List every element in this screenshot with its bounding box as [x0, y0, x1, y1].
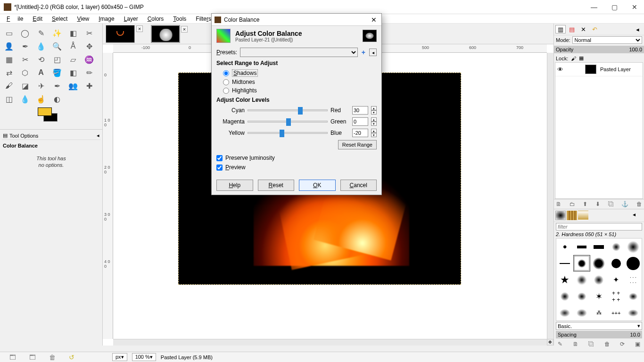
brush-item[interactable]: +++ [608, 304, 625, 321]
ink-tool[interactable]: ✒ [52, 81, 62, 91]
free-select-tool[interactable]: ✎ [36, 28, 46, 38]
airbrush-tool[interactable]: ✈ [36, 81, 46, 91]
dock-menu-lower-icon[interactable]: ◂ [632, 211, 643, 220]
brush-item[interactable]: ★ [556, 272, 573, 288]
shadows-label[interactable]: Shadows [232, 69, 258, 77]
brush-item[interactable] [625, 304, 642, 321]
preset-menu-icon[interactable]: ◂ [369, 49, 377, 56]
foreground-select-tool[interactable]: 👤 [4, 41, 14, 51]
dodge-tool[interactable]: ◐ [52, 94, 62, 104]
lock-pixels-icon[interactable]: 🖌 [571, 56, 576, 61]
layer-row[interactable]: 👁 Pasted Layer [555, 63, 643, 76]
brush-item[interactable] [573, 272, 590, 288]
zoom-tool[interactable]: 🔍 [52, 41, 62, 51]
open-as-image-icon[interactable]: ▣ [635, 341, 640, 347]
duplicate-brush-icon[interactable]: ⿻ [588, 341, 594, 347]
menu-image[interactable]: Image [95, 15, 118, 23]
brush-item[interactable]: · · ·· · · [625, 272, 642, 288]
status-reset-icon[interactable]: ↺ [69, 354, 74, 361]
refresh-brush-icon[interactable]: ⟳ [620, 341, 625, 347]
spin-down-icon[interactable]: ▾ [371, 122, 377, 126]
perspective-tool[interactable]: ♒ [84, 54, 94, 65]
clone-tool[interactable]: 👥 [68, 81, 78, 91]
red-value-input[interactable] [352, 106, 368, 115]
smudge-tool[interactable]: ☝ [36, 94, 46, 104]
rotate-tool[interactable]: ⟲ [36, 54, 46, 65]
spin-up-icon[interactable]: ▴ [371, 129, 377, 133]
bucket-fill-tool[interactable]: 🪣 [52, 67, 62, 78]
menu-select[interactable]: Select [48, 15, 71, 23]
menu-tools[interactable]: Tools [169, 15, 190, 23]
mode-select[interactable]: Normal [572, 36, 642, 44]
brush-item[interactable]: ⁂ [590, 304, 607, 321]
blur-tool[interactable]: 💧 [20, 94, 30, 104]
new-brush-icon[interactable]: 🗎 [573, 341, 578, 347]
blend-tool[interactable]: ◧ [68, 67, 78, 78]
midtones-radio[interactable] [223, 79, 229, 85]
preserve-luminosity-label[interactable]: Preserve luminosity [225, 155, 275, 161]
anchor-layer-icon[interactable]: ⚓ [621, 201, 628, 207]
layers-tab-icon[interactable]: ▥ [555, 25, 566, 33]
align-tool[interactable]: ▦ [4, 54, 14, 65]
brush-item[interactable] [625, 288, 642, 304]
brush-filter-input[interactable] [556, 223, 642, 230]
menu-edit[interactable]: Edit [29, 15, 46, 23]
brush-item[interactable] [625, 255, 642, 272]
brush-item[interactable] [625, 239, 642, 255]
brush-item-selected[interactable] [573, 255, 590, 272]
patterns-tab-icon[interactable] [567, 211, 577, 220]
gradients-tab-icon[interactable] [578, 211, 588, 220]
measure-tool[interactable]: Å [68, 41, 78, 51]
brush-item[interactable] [590, 239, 607, 255]
brush-item[interactable] [556, 304, 573, 321]
new-layer-icon[interactable]: 🗎 [556, 201, 561, 207]
brush-item[interactable]: • [556, 239, 573, 255]
duplicate-layer-icon[interactable]: ⿻ [608, 201, 614, 207]
fg-color-swatch[interactable] [38, 107, 52, 116]
navigation-icon[interactable]: ✥ [547, 339, 553, 346]
crop-tool[interactable]: ✂ [20, 54, 30, 65]
brush-item[interactable] [573, 288, 590, 304]
scissors-tool[interactable]: ✂ [84, 28, 94, 38]
undo-tab-icon[interactable]: ↶ [589, 25, 600, 33]
image-tab-1[interactable]: × [106, 25, 135, 43]
horizontal-scrollbar[interactable] [113, 339, 547, 346]
reset-range-button[interactable]: Reset Range [338, 140, 377, 149]
brush-item[interactable] [573, 239, 590, 255]
dialog-close-icon[interactable]: ✕ [369, 16, 379, 24]
cancel-button[interactable]: Cancel [340, 180, 377, 191]
lower-layer-icon[interactable]: ⬇ [595, 201, 600, 207]
move-tool[interactable]: ✥ [84, 41, 94, 51]
blue-value-input[interactable] [352, 129, 368, 137]
green-value-input[interactable] [352, 117, 368, 126]
vertical-scrollbar[interactable] [547, 53, 553, 339]
dropdown-icon[interactable]: ▾ [637, 323, 640, 329]
eraser-tool[interactable]: ◪ [20, 81, 30, 91]
lock-alpha-icon[interactable]: ▦ [579, 55, 584, 61]
menu-colors[interactable]: Colors [144, 15, 168, 23]
status-icon-2[interactable]: 🗔 [29, 354, 36, 361]
preserve-luminosity-checkbox[interactable] [216, 155, 223, 161]
spin-down-icon[interactable]: ▾ [371, 133, 377, 137]
status-delete-icon[interactable]: 🗑 [49, 354, 56, 361]
shadows-radio[interactable] [223, 70, 229, 76]
spacing-slider[interactable]: Spacing 10.0 [556, 331, 642, 338]
spin-up-icon[interactable]: ▴ [371, 106, 377, 110]
brush-item[interactable] [556, 288, 573, 304]
brush-item[interactable] [608, 239, 625, 255]
edit-brush-icon[interactable]: ✎ [558, 341, 562, 347]
color-select-tool[interactable]: ◧ [68, 28, 78, 38]
brush-item[interactable] [573, 304, 590, 321]
menu-layer[interactable]: Layer [120, 15, 142, 23]
shear-tool[interactable]: ▱ [68, 54, 78, 65]
channels-tab-icon[interactable]: ▤ [567, 25, 577, 33]
presets-select[interactable] [240, 48, 358, 57]
color-picker-tool[interactable]: 💧 [36, 41, 46, 51]
ellipse-select-tool[interactable]: ◯ [20, 28, 30, 38]
brush-item[interactable] [590, 272, 607, 288]
midtones-label[interactable]: Midtones [232, 79, 255, 85]
highlights-radio[interactable] [223, 88, 229, 94]
menu-view[interactable]: View [73, 15, 93, 23]
help-button[interactable]: Help [216, 180, 253, 191]
brush-item[interactable] [590, 255, 607, 272]
